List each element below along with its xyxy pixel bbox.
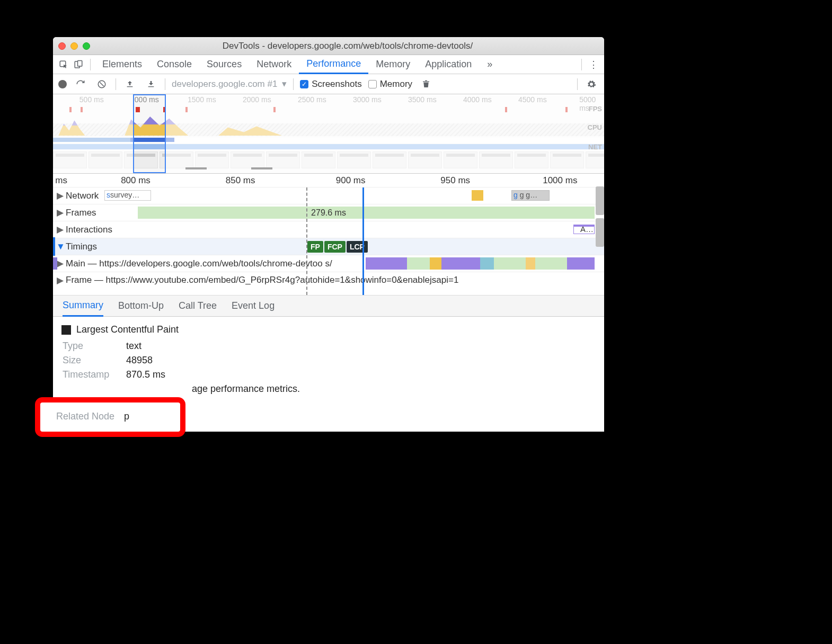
tab-elements[interactable]: Elements	[95, 55, 149, 74]
devtools-window: DevTools - developers.google.com/web/too…	[53, 37, 604, 432]
summary-value: 48958	[126, 355, 153, 366]
overview-selection[interactable]	[133, 94, 166, 173]
disclosure-right-icon[interactable]: ▶	[56, 224, 64, 235]
row-frames-label: Frames	[66, 208, 96, 218]
recording-select-label: developers.google.com #1	[172, 79, 277, 89]
window-title: DevTools - developers.google.com/web/too…	[96, 41, 599, 51]
record-button[interactable]	[58, 80, 67, 88]
svg-rect-2	[78, 60, 82, 66]
tab-network[interactable]: Network	[249, 55, 299, 74]
checkbox-icon	[368, 80, 377, 88]
tab-bottom-up[interactable]: Bottom-Up	[118, 296, 164, 317]
network-item[interactable]: ssurvey…	[104, 190, 151, 201]
minimize-icon[interactable]	[70, 42, 78, 50]
summary-title: Largest Contentful Paint	[76, 324, 179, 335]
more-tabs-icon[interactable]: »	[482, 57, 497, 72]
row-interactions-label: Interactions	[66, 225, 112, 235]
ruler-tick: ms	[55, 175, 67, 186]
frame-duration: 279.6 ms	[311, 208, 346, 218]
summary-value: text	[126, 341, 141, 352]
recording-select[interactable]: developers.google.com #1 ▾	[172, 78, 287, 90]
summary-key: Size	[63, 355, 121, 366]
disclosure-right-icon[interactable]: ▶	[56, 207, 64, 218]
summary-key: Type	[63, 341, 121, 352]
screenshots-toggle[interactable]: ✓ Screenshots	[300, 79, 362, 90]
trash-icon[interactable]	[419, 77, 433, 92]
disclosure-down-icon[interactable]: ▼	[56, 241, 64, 252]
device-toggle-icon[interactable]	[71, 57, 86, 72]
row-main-label: Main — https://developers.google.com/web…	[66, 258, 332, 269]
flame-scrollbar[interactable]	[596, 186, 604, 215]
checkbox-checked-icon: ✓	[300, 80, 308, 88]
save-profile-icon[interactable]	[144, 77, 158, 92]
related-node-value[interactable]: p	[124, 411, 129, 422]
related-node-highlight: Related Node p	[35, 397, 185, 437]
memory-toggle[interactable]: Memory	[368, 79, 412, 90]
row-frame-label: Frame — https://www.youtube.com/embed/G_…	[66, 275, 458, 285]
timing-lcp[interactable]: LCP	[347, 241, 368, 253]
close-icon[interactable]	[58, 42, 66, 50]
memory-label: Memory	[380, 79, 412, 90]
lcp-swatch-icon	[61, 325, 71, 335]
row-network[interactable]: ▶ Network ssurvey… g g g…	[53, 187, 604, 204]
load-profile-icon[interactable]	[122, 77, 137, 92]
row-interactions[interactable]: ▶ Interactions A…	[53, 221, 604, 238]
clear-icon[interactable]	[94, 77, 109, 92]
devtools-tabstrip: Elements Console Sources Network Perform…	[53, 55, 604, 74]
summary-size: Size 48958	[63, 355, 595, 366]
timing-fp[interactable]: FP	[307, 241, 323, 253]
summary-key: Timestamp	[63, 369, 121, 380]
flame-scrollbar[interactable]	[596, 218, 604, 247]
ruler-tick: 850 ms	[226, 175, 255, 186]
flamechart[interactable]: ms 800 ms 850 ms 900 ms 950 ms 1000 ms ▶…	[53, 174, 604, 296]
detail-tabs: Summary Bottom-Up Call Tree Event Log	[53, 296, 604, 317]
settings-icon[interactable]	[584, 77, 599, 92]
timing-fcp[interactable]: FCP	[324, 241, 346, 253]
ruler-tick: 950 ms	[440, 175, 470, 186]
svg-rect-5	[148, 86, 154, 87]
svg-rect-6	[423, 81, 429, 82]
row-frames[interactable]: ▶ Frames 279.6 ms	[53, 204, 604, 221]
summary-type: Type text	[63, 341, 595, 352]
tab-sources[interactable]: Sources	[199, 55, 249, 74]
overview-timeline[interactable]: 500 ms 000 ms 1500 ms 2000 ms 2500 ms 30…	[53, 94, 604, 174]
flame-ruler: ms 800 ms 850 ms 900 ms 950 ms 1000 ms	[53, 174, 604, 187]
row-main[interactable]: ▶ Main — https://developers.google.com/w…	[53, 255, 604, 272]
overview-fps-label: FPS	[589, 105, 602, 113]
network-bar	[472, 190, 483, 201]
tab-console[interactable]: Console	[149, 55, 199, 74]
interaction-label: A…	[580, 225, 594, 234]
svg-rect-7	[425, 80, 427, 80]
window-controls	[58, 42, 90, 50]
network-item[interactable]: g g g…	[511, 190, 550, 201]
tab-call-tree[interactable]: Call Tree	[179, 296, 217, 317]
reload-icon[interactable]	[73, 77, 88, 92]
zoom-icon[interactable]	[83, 42, 90, 50]
summary-description: age performance metrics.	[192, 383, 596, 395]
row-timings[interactable]: ▼ Timings FP FCP LCP	[53, 238, 604, 255]
ruler-tick: 1000 ms	[543, 175, 577, 186]
overview-net-label: NET	[588, 143, 602, 151]
tab-performance[interactable]: Performance	[299, 55, 368, 74]
kebab-menu-icon[interactable]: ⋮	[586, 57, 601, 72]
disclosure-right-icon[interactable]: ▶	[56, 190, 64, 201]
frame-bar	[138, 207, 595, 219]
tab-summary[interactable]: Summary	[63, 296, 103, 317]
overview-cpu-label: CPU	[588, 123, 602, 131]
summary-timestamp: Timestamp 870.5 ms	[63, 369, 595, 380]
related-node-key: Related Node	[56, 411, 114, 422]
row-network-label: Network	[66, 191, 99, 201]
perf-toolbar: developers.google.com #1 ▾ ✓ Screenshots…	[53, 74, 604, 94]
tab-event-log[interactable]: Event Log	[232, 296, 275, 317]
disclosure-right-icon[interactable]: ▶	[56, 258, 64, 269]
row-frame[interactable]: ▶ Frame — https://www.youtube.com/embed/…	[53, 272, 604, 288]
svg-rect-4	[127, 86, 133, 87]
titlebar: DevTools - developers.google.com/web/too…	[53, 37, 604, 55]
row-timings-label: Timings	[66, 241, 97, 252]
ruler-tick: 800 ms	[121, 175, 151, 186]
ruler-tick: 900 ms	[336, 175, 366, 186]
inspect-icon[interactable]	[56, 57, 71, 72]
disclosure-right-icon[interactable]: ▶	[56, 275, 64, 286]
tab-memory[interactable]: Memory	[368, 55, 418, 74]
tab-application[interactable]: Application	[418, 55, 479, 74]
